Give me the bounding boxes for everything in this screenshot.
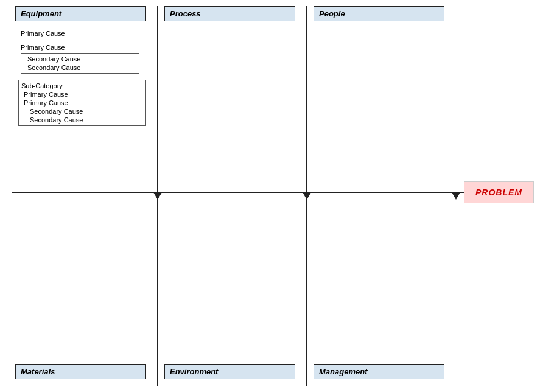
problem-label: PROBLEM: [475, 187, 522, 197]
group2-secondary-2: Secondary Cause: [19, 116, 145, 124]
equipment-causes: Primary Cause Primary Cause Secondary Ca…: [18, 29, 152, 126]
group1-header: Primary Cause: [18, 43, 152, 52]
cause-group-1: Primary Cause Secondary Cause Secondary …: [18, 43, 152, 74]
secondary-cause-1b: Secondary Cause: [21, 63, 139, 72]
arrow-process: [303, 192, 311, 200]
group2-primary-1: Primary Cause: [19, 90, 145, 99]
problem-box: PROBLEM: [464, 181, 534, 203]
category-materials: Materials: [15, 364, 146, 379]
arrow-equipment: [153, 192, 162, 200]
standalone-primary-cause: Primary Cause: [18, 29, 134, 38]
category-management: Management: [314, 364, 444, 379]
group2-secondary-1: Secondary Cause: [19, 107, 145, 116]
category-people: People: [314, 6, 444, 21]
category-equipment: Equipment: [15, 6, 146, 21]
group2-box: Sub-Category Primary Cause Primary Cause…: [18, 80, 146, 126]
main-arrow: [12, 192, 502, 193]
group2-primary-2: Primary Cause: [19, 99, 145, 107]
secondary-cause-1a: Secondary Cause: [21, 55, 139, 63]
category-environment: Environment: [164, 364, 295, 379]
fishbone-diagram: Equipment Process People Materials Envir…: [0, 0, 557, 392]
cause-group-2: Sub-Category Primary Cause Primary Cause…: [18, 80, 152, 126]
arrow-people: [452, 192, 460, 200]
category-process: Process: [164, 6, 295, 21]
sub-category-label: Sub-Category: [19, 82, 145, 90]
group1-box: Secondary Cause Secondary Cause: [21, 53, 139, 74]
